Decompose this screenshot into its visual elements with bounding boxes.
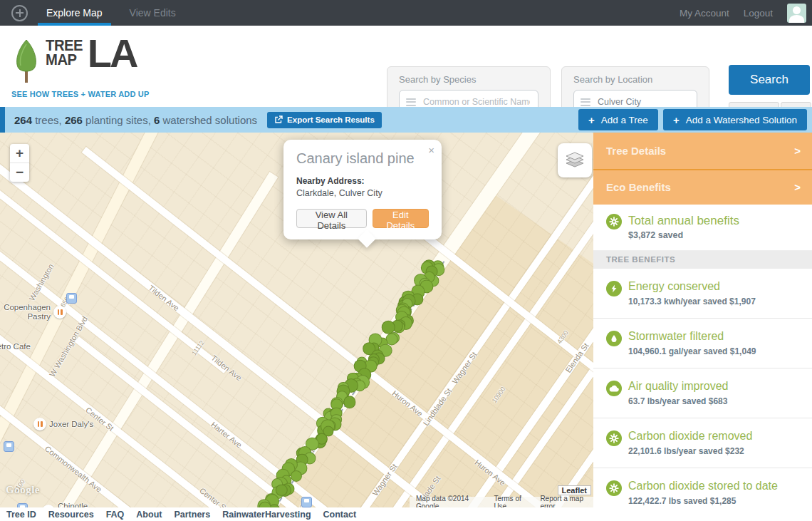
map-data-credit: Map data ©2014 Google [416, 495, 484, 508]
popup-address: Clarkdale, Culver City [296, 188, 429, 198]
plus-icon: + [673, 114, 680, 126]
sun-icon [606, 480, 622, 496]
plus-circle-icon[interactable] [11, 5, 28, 21]
benefit-row: Carbon dioxide removed 22,101.6 lbs/year… [593, 418, 812, 468]
benefit-title: Energy conserved [628, 280, 720, 293]
hamburger-icon[interactable] [406, 96, 416, 108]
total-benefits-value: $3,872 saved [628, 230, 683, 240]
benefit-value: 104,960.1 gal/year saved $1,049 [628, 346, 756, 356]
species-search-label: Search by Species [399, 74, 538, 85]
view-all-details-button[interactable]: View All Details [296, 209, 367, 228]
footer-link[interactable]: Tree ID [6, 510, 36, 520]
location-search-input[interactable] [596, 96, 690, 108]
benefit-row: Energy conserved 10,173.3 kwh/year saved… [593, 269, 812, 319]
location-search-label: Search by Location [573, 74, 697, 85]
total-annual-benefits-row: Total annual benefits $3,872 saved [593, 205, 812, 251]
footer-links: Tree IDResourcesFAQAboutPartnersRainwate… [0, 510, 356, 520]
benefit-value: 122,422.7 lbs saved $1,285 [628, 496, 736, 506]
bolt-icon [606, 281, 622, 296]
my-account-link[interactable]: My Account [680, 8, 729, 19]
plus-icon: + [588, 114, 595, 126]
benefit-title: Carbon dioxide stored to date [628, 480, 778, 492]
tab-explore-map[interactable]: Explore Map [38, 0, 111, 26]
zoom-out-button[interactable]: − [10, 163, 29, 182]
zoom-in-button[interactable]: + [10, 144, 29, 163]
benefit-row: Stormwater filtered 104,960.1 gal/year s… [593, 319, 812, 368]
search-button[interactable]: Search [729, 65, 810, 95]
benefit-title: Carbon dioxide removed [628, 430, 752, 443]
treemap-la-app: Explore Map View Edits My Account Logout… [0, 0, 812, 521]
edit-details-button[interactable]: Edit Details [373, 209, 429, 228]
tree-details-panel-header[interactable]: Tree Details > [593, 133, 812, 170]
footer-link[interactable]: Resources [48, 510, 94, 520]
top-navbar: Explore Map View Edits My Account Logout [0, 0, 812, 26]
footer-link[interactable]: Contact [323, 510, 357, 520]
hamburger-icon[interactable] [581, 96, 590, 108]
poi-label: Metro Cafe [0, 342, 31, 351]
footer-link[interactable]: FAQ [106, 510, 125, 520]
tree-info-popup: × Canary island pine Nearby Address: Cla… [283, 140, 442, 239]
benefits-list: Energy conserved 10,173.3 kwh/year saved… [593, 269, 812, 507]
eco-benefits-panel-header[interactable]: Eco Benefits > [593, 170, 812, 205]
map-canvas[interactable]: WashingtonW Washington Blvd4656Tilden Av… [0, 133, 593, 507]
total-benefits-title: Total annual benefits [628, 214, 739, 228]
footer-link[interactable]: About [136, 510, 162, 520]
tree-marker[interactable] [276, 485, 288, 497]
footer-link[interactable]: RainwaterHarvesting [222, 510, 311, 520]
benefit-title: Stormwater filtered [628, 330, 724, 343]
chevron-right-icon: > [794, 170, 801, 205]
transit-stop-icon [301, 497, 312, 507]
tree-marker[interactable] [259, 502, 271, 507]
benefit-value: 10,173.3 kwh/year saved $1,907 [628, 296, 756, 306]
stats-bar-accent-edge [0, 107, 5, 133]
transit-stop-icon [17, 503, 28, 507]
benefit-value: 22,101.6 lbs/year saved $232 [628, 446, 744, 456]
poi-label: Joxer Daly's [49, 420, 93, 429]
eco-benefits-label: Eco Benefits [606, 181, 671, 193]
footer-link[interactable]: Partners [174, 510, 210, 520]
results-stats-bar: 264 trees, 266 planting sites, 6 watersh… [0, 107, 812, 133]
export-search-results-button[interactable]: Export Search Results [267, 112, 382, 128]
navbar-right: My Account Logout [680, 4, 812, 23]
restaurant-icon [53, 306, 66, 319]
benefit-title: Air quality improved [628, 380, 729, 393]
footer: Tree IDResourcesFAQAboutPartnersRainwate… [0, 507, 812, 521]
add-tree-label: Add a Tree [601, 115, 648, 125]
benefit-row: Air quality improved 63.7 lbs/year saved… [593, 368, 812, 418]
tree-logo-icon [11, 38, 41, 84]
benefit-value: 63.7 lbs/year saved $683 [628, 396, 727, 406]
chevron-right-icon: > [794, 133, 801, 169]
add-a-tree-button[interactable]: + Add a Tree [578, 109, 658, 130]
tree-benefits-section-header: TREE BENEFITS [593, 251, 812, 269]
popup-address-label: Nearby Address: [296, 176, 429, 186]
tab-view-edits[interactable]: View Edits [121, 0, 184, 26]
drop-icon [606, 331, 622, 346]
user-avatar[interactable] [787, 4, 806, 23]
add-watershed-solution-button[interactable]: + Add a Watershed Solution [663, 109, 807, 130]
map-zoom-control: + − [10, 144, 29, 182]
treemap-la-logo[interactable]: TREEMAP LA SEE HOW TREES + WATER ADD UP [11, 38, 150, 98]
terms-of-use-link[interactable]: Terms of Use [494, 495, 531, 508]
logo-wordmark: TREEMAP LA [46, 38, 136, 68]
layers-button[interactable] [558, 143, 592, 177]
restaurant-icon [33, 418, 46, 430]
header: TREEMAP LA SEE HOW TREES + WATER ADD UP … [0, 26, 812, 107]
sun-icon [606, 430, 622, 446]
poi-label: ChipotleMexican Grill [58, 502, 105, 507]
add-buttons-group: + Add a Tree + Add a Watershed Solution [578, 109, 812, 130]
species-search-input[interactable] [422, 96, 531, 108]
poi-label: CopenhagenPastry [4, 303, 51, 321]
details-sidebar: Tree Details > Eco Benefits > Total annu… [593, 133, 812, 507]
close-icon[interactable]: × [428, 144, 434, 156]
search-results-summary: 264 trees, 266 planting sites, 6 watersh… [14, 114, 257, 126]
popup-species-title: Canary island pine [296, 150, 429, 167]
layers-icon [564, 151, 585, 170]
benefit-row: Carbon dioxide stored to date 122,422.7 … [593, 468, 812, 507]
cloud-icon [606, 381, 622, 396]
report-map-error-link[interactable]: Report a map error [540, 495, 593, 508]
google-logo[interactable]: Google [6, 484, 40, 496]
logout-link[interactable]: Logout [744, 8, 773, 19]
export-button-label: Export Search Results [287, 115, 375, 124]
map-attribution-bar: Map data ©2014 Google Terms of Use Repor… [410, 497, 593, 507]
tree-details-label: Tree Details [606, 145, 666, 157]
